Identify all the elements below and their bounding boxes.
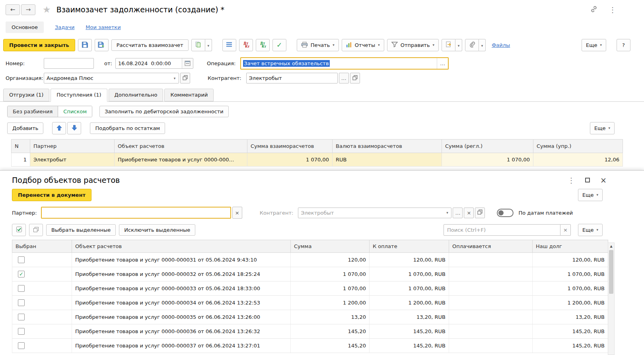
post-document-button[interactable]: ✓ [272,39,286,51]
select-highlighted-button[interactable]: Выбрать выделенные [46,224,116,236]
maximize-icon[interactable] [585,178,590,182]
picker-table-row[interactable]: Приобретение товаров и услуг 0000-000034… [12,296,608,310]
as-list-option[interactable]: Списком [58,106,92,117]
move-up-button[interactable] [52,122,66,134]
reports-button[interactable]: Отчеты ▾ [342,39,384,51]
print-button[interactable]: Печать ▾ [297,39,339,51]
counterparty-select-button[interactable]: … [339,73,349,83]
scrollbar-thumb[interactable] [609,250,613,294]
column-header-amount-mgmt[interactable]: Сумма (упр.) [533,140,623,153]
column-header-amount[interactable]: Сумма взаиморасчетов [247,140,333,153]
scroll-up-icon[interactable]: ▲ [608,243,614,249]
search-clear-button[interactable]: × [560,224,571,236]
picker-counterparty-input[interactable] [298,208,443,218]
picker-table-row[interactable]: Приобретение товаров и услуг 0000-000035… [12,310,608,324]
favorite-star-icon[interactable]: ★ [43,4,51,15]
column-header-currency[interactable]: Валюта взаиморасчетов [333,140,442,153]
column-header-object[interactable]: Объект расчетов [115,140,247,153]
close-icon[interactable]: × [600,176,607,184]
picker-list-more-button[interactable]: Еще ▾ [578,224,603,236]
table-more-button[interactable]: Еще ▾ [590,122,615,134]
exclude-highlighted-button[interactable]: Исключить выделенные [119,224,195,236]
tab-receipts[interactable]: Поступления (1) [51,89,107,102]
operation-field[interactable]: Зачет встречных обязательств … [240,57,449,70]
debit-credit-check-button[interactable]: ДтКт [256,39,270,51]
date-input[interactable] [116,58,182,68]
files-link[interactable]: Файлы [492,42,510,48]
partner-clear-button[interactable]: × [232,207,242,219]
column-header-object[interactable]: Объект расчетов [72,240,291,253]
create-copy-button[interactable] [191,39,205,51]
row-checkbox[interactable]: ✓ [18,271,25,277]
row-checkbox[interactable] [18,299,25,306]
kebab-menu-icon[interactable]: ⋮ [609,6,616,14]
counterparty-open-button[interactable] [350,73,360,83]
attachments-button[interactable] [465,39,479,51]
create-based-on-button[interactable] [442,39,455,51]
picker-counterparty-clear-button[interactable]: × [464,208,474,218]
picker-kebab-menu-icon[interactable]: ⋮ [568,176,575,184]
no-split-option[interactable]: Без разбиения [8,106,58,117]
picker-table-row[interactable]: Приобретение товаров и услуг 0000-000037… [12,339,608,353]
row-checkbox[interactable] [18,285,25,292]
nav-item-tasks[interactable]: Задачи [55,24,74,30]
column-header-to-pay[interactable]: К оплате [370,240,449,253]
move-down-button[interactable] [67,122,81,134]
partner-input[interactable] [42,208,230,218]
help-button[interactable]: ? [617,39,630,51]
column-header-sum[interactable]: Сумма [291,240,370,253]
receipts-table-row[interactable]: 1ЭлектробытПриобретение товаров и услуг … [12,153,623,167]
save-button[interactable] [78,39,92,51]
organization-input[interactable] [44,73,171,83]
organization-open-button[interactable] [180,73,190,83]
tab-additional[interactable]: Дополнительно [109,89,163,101]
picker-table-row[interactable]: ✓Приобретение товаров и услуг 0000-00003… [12,267,608,281]
picker-table-row[interactable]: Приобретение товаров и услуг 0000-000031… [12,253,608,267]
row-checkbox[interactable] [18,342,25,349]
picker-more-button[interactable]: Еще ▾ [578,189,603,201]
nav-item-notes[interactable]: Мои заметки [86,24,121,30]
toolbar-more-button[interactable]: Еще ▾ [582,39,606,51]
calendar-button[interactable] [182,58,193,68]
vertical-scrollbar[interactable]: ▲ [608,242,615,355]
nav-item-main[interactable]: Основное [6,21,44,33]
copy-link-icon[interactable] [590,5,598,14]
column-header-amount-reg[interactable]: Сумма (регл.) [442,140,533,153]
post-and-close-button[interactable]: Провести и закрыть [3,39,75,51]
tab-shipments[interactable]: Отгрузки (1) [3,89,49,101]
dropdown-caret-icon[interactable]: ▾ [171,76,179,80]
search-input[interactable] [444,224,560,236]
column-header-our-debt[interactable]: Наш долг [533,240,608,253]
create-based-on-dropdown[interactable]: ▾ [455,39,462,51]
back-button[interactable]: ← [6,4,20,15]
picker-table-row[interactable]: Приобретение товаров и услуг 0000-000036… [12,324,608,339]
dropdown-caret-icon[interactable]: ▾ [443,211,451,215]
picker-counterparty-open-button[interactable] [475,208,485,218]
send-button[interactable]: Отправить ▾ [387,39,439,51]
picker-counterparty-select-button[interactable]: … [453,208,463,218]
forward-button[interactable]: → [21,4,35,15]
row-checkbox[interactable] [18,314,25,320]
document-register-button[interactable] [222,39,236,51]
add-button[interactable]: Добавить [7,122,43,134]
tab-comment[interactable]: Комментарий [164,89,214,101]
save-and-post-button[interactable] [95,39,109,51]
column-header-paying[interactable]: Оплачивается [449,240,533,253]
debit-credit-movements-button[interactable]: ДтКт [239,39,253,51]
picker-table-row[interactable]: Приобретение товаров и услуг 0000-000033… [12,281,608,296]
column-header-partner[interactable]: Партнер [30,140,115,153]
payment-dates-toggle[interactable] [497,209,514,217]
number-input[interactable] [44,58,94,69]
recalculate-button[interactable]: Рассчитать взаимозачет [111,39,189,51]
transfer-to-document-button[interactable]: Перенести в документ [12,189,91,201]
uncheck-all-button[interactable] [29,224,43,236]
create-copy-dropdown[interactable]: ▾ [205,39,212,51]
counterparty-input[interactable] [247,73,337,83]
column-header-n[interactable]: N [12,140,30,153]
fill-by-receivables-button[interactable]: Заполнить по дебиторской задолженности [99,106,229,117]
row-checkbox[interactable] [18,328,25,335]
check-all-button[interactable] [12,224,26,236]
column-header-checked[interactable]: Выбран [12,240,72,253]
attachments-dropdown[interactable]: ▾ [479,39,486,51]
row-checkbox[interactable] [18,256,25,263]
